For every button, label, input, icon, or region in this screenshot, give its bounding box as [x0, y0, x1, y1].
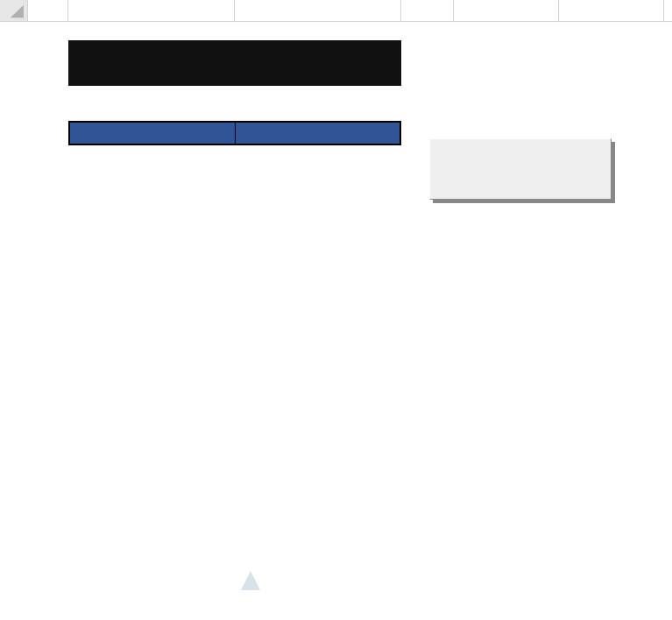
col-header-E[interactable]	[454, 0, 559, 21]
col-header-C[interactable]	[235, 0, 401, 21]
toggle-button[interactable]	[429, 138, 612, 200]
salary-header[interactable]	[235, 122, 400, 144]
col-header-A[interactable]	[28, 0, 68, 21]
col-header-B[interactable]	[68, 0, 235, 21]
page-title	[68, 40, 401, 86]
col-header-D[interactable]	[401, 0, 454, 21]
col-header-F[interactable]	[559, 0, 664, 21]
select-all-corner[interactable]	[0, 0, 28, 22]
spreadsheet-grid	[0, 0, 672, 620]
watermark	[241, 571, 265, 590]
svg-marker-0	[11, 5, 24, 18]
name-header[interactable]	[69, 122, 235, 144]
column-headers	[0, 0, 672, 22]
salary-table	[68, 121, 401, 145]
watermark-icon	[241, 571, 260, 590]
